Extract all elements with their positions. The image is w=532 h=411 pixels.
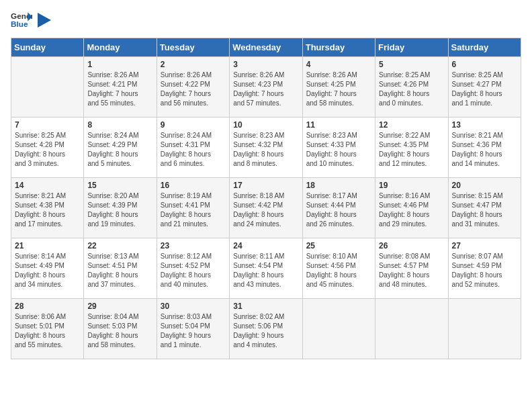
day-number: 18 bbox=[306, 181, 371, 190]
calendar-cell: 13Sunrise: 8:21 AM Sunset: 4:36 PM Dayli… bbox=[448, 118, 521, 178]
day-content: Sunrise: 8:26 AM Sunset: 4:22 PM Dayligh… bbox=[161, 71, 226, 108]
calendar-cell: 25Sunrise: 8:10 AM Sunset: 4:56 PM Dayli… bbox=[302, 238, 375, 299]
day-number: 1 bbox=[87, 60, 152, 69]
logo: General Blue bbox=[11, 11, 51, 30]
day-content: Sunrise: 8:24 AM Sunset: 4:31 PM Dayligh… bbox=[161, 131, 226, 169]
day-number: 27 bbox=[452, 241, 517, 250]
calendar-cell: 9Sunrise: 8:24 AM Sunset: 4:31 PM Daylig… bbox=[157, 118, 229, 178]
calendar-cell bbox=[11, 57, 84, 118]
calendar-cell: 22Sunrise: 8:13 AM Sunset: 4:51 PM Dayli… bbox=[84, 238, 157, 299]
day-content: Sunrise: 8:17 AM Sunset: 4:44 PM Dayligh… bbox=[306, 191, 371, 229]
header-row: SundayMondayTuesdayWednesdayThursdayFrid… bbox=[11, 38, 521, 57]
svg-marker-3 bbox=[38, 13, 51, 28]
day-header-monday: Monday bbox=[84, 38, 157, 57]
calendar-cell: 19Sunrise: 8:16 AM Sunset: 4:46 PM Dayli… bbox=[375, 178, 448, 238]
calendar-cell: 11Sunrise: 8:23 AM Sunset: 4:33 PM Dayli… bbox=[302, 118, 375, 178]
day-number: 16 bbox=[161, 181, 226, 190]
day-number: 19 bbox=[379, 181, 444, 190]
day-content: Sunrise: 8:13 AM Sunset: 4:51 PM Dayligh… bbox=[87, 252, 152, 289]
day-content: Sunrise: 8:26 AM Sunset: 4:21 PM Dayligh… bbox=[87, 71, 152, 108]
day-content: Sunrise: 8:06 AM Sunset: 5:01 PM Dayligh… bbox=[15, 312, 80, 350]
day-content: Sunrise: 8:07 AM Sunset: 4:59 PM Dayligh… bbox=[452, 252, 517, 289]
day-content: Sunrise: 8:24 AM Sunset: 4:29 PM Dayligh… bbox=[87, 131, 152, 169]
day-content: Sunrise: 8:25 AM Sunset: 4:28 PM Dayligh… bbox=[15, 131, 80, 169]
day-content: Sunrise: 8:25 AM Sunset: 4:27 PM Dayligh… bbox=[452, 71, 517, 108]
calendar-cell: 15Sunrise: 8:20 AM Sunset: 4:39 PM Dayli… bbox=[84, 178, 157, 238]
day-number: 15 bbox=[87, 181, 152, 190]
day-number: 8 bbox=[87, 120, 152, 130]
calendar-cell: 17Sunrise: 8:18 AM Sunset: 4:42 PM Dayli… bbox=[230, 178, 302, 238]
day-number: 6 bbox=[452, 60, 517, 69]
day-content: Sunrise: 8:04 AM Sunset: 5:03 PM Dayligh… bbox=[87, 312, 152, 350]
day-number: 17 bbox=[233, 181, 298, 190]
day-content: Sunrise: 8:23 AM Sunset: 4:32 PM Dayligh… bbox=[233, 131, 298, 169]
day-content: Sunrise: 8:02 AM Sunset: 5:06 PM Dayligh… bbox=[233, 312, 298, 350]
day-content: Sunrise: 8:11 AM Sunset: 4:54 PM Dayligh… bbox=[233, 252, 298, 289]
day-content: Sunrise: 8:26 AM Sunset: 4:25 PM Dayligh… bbox=[306, 71, 371, 108]
calendar-cell: 4Sunrise: 8:26 AM Sunset: 4:25 PM Daylig… bbox=[302, 57, 375, 118]
day-number: 12 bbox=[379, 120, 444, 130]
calendar-cell bbox=[448, 299, 521, 359]
calendar-cell: 6Sunrise: 8:25 AM Sunset: 4:27 PM Daylig… bbox=[448, 57, 521, 118]
logo-icon: General Blue bbox=[11, 11, 32, 30]
calendar-cell: 24Sunrise: 8:11 AM Sunset: 4:54 PM Dayli… bbox=[230, 238, 302, 299]
calendar-cell: 28Sunrise: 8:06 AM Sunset: 5:01 PM Dayli… bbox=[11, 299, 84, 359]
page-header: General Blue bbox=[11, 11, 521, 30]
day-content: Sunrise: 8:03 AM Sunset: 5:04 PM Dayligh… bbox=[161, 312, 226, 350]
logo-arrow-icon bbox=[38, 13, 51, 28]
day-number: 11 bbox=[306, 120, 371, 130]
day-header-friday: Friday bbox=[375, 38, 448, 57]
day-content: Sunrise: 8:21 AM Sunset: 4:36 PM Dayligh… bbox=[452, 131, 517, 169]
day-content: Sunrise: 8:16 AM Sunset: 4:46 PM Dayligh… bbox=[379, 191, 444, 229]
calendar-cell: 5Sunrise: 8:25 AM Sunset: 4:26 PM Daylig… bbox=[375, 57, 448, 118]
day-header-wednesday: Wednesday bbox=[230, 38, 302, 57]
day-number: 7 bbox=[15, 120, 80, 130]
day-number: 21 bbox=[15, 241, 80, 250]
calendar-table: SundayMondayTuesdayWednesdayThursdayFrid… bbox=[11, 38, 521, 359]
calendar-cell: 16Sunrise: 8:19 AM Sunset: 4:41 PM Dayli… bbox=[157, 178, 229, 238]
day-number: 26 bbox=[379, 241, 444, 250]
day-number: 31 bbox=[233, 302, 298, 311]
calendar-cell: 27Sunrise: 8:07 AM Sunset: 4:59 PM Dayli… bbox=[448, 238, 521, 299]
week-row-0: 1Sunrise: 8:26 AM Sunset: 4:21 PM Daylig… bbox=[11, 57, 521, 118]
day-content: Sunrise: 8:12 AM Sunset: 4:52 PM Dayligh… bbox=[161, 252, 226, 289]
svg-text:Blue: Blue bbox=[11, 19, 28, 28]
calendar-cell: 21Sunrise: 8:14 AM Sunset: 4:49 PM Dayli… bbox=[11, 238, 84, 299]
day-content: Sunrise: 8:10 AM Sunset: 4:56 PM Dayligh… bbox=[306, 252, 371, 289]
day-number: 5 bbox=[379, 60, 444, 69]
day-number: 28 bbox=[15, 302, 80, 311]
calendar-cell: 14Sunrise: 8:21 AM Sunset: 4:38 PM Dayli… bbox=[11, 178, 84, 238]
day-content: Sunrise: 8:19 AM Sunset: 4:41 PM Dayligh… bbox=[161, 191, 226, 229]
calendar-cell: 18Sunrise: 8:17 AM Sunset: 4:44 PM Dayli… bbox=[302, 178, 375, 238]
day-content: Sunrise: 8:18 AM Sunset: 4:42 PM Dayligh… bbox=[233, 191, 298, 229]
day-header-sunday: Sunday bbox=[11, 38, 84, 57]
calendar-cell: 26Sunrise: 8:08 AM Sunset: 4:57 PM Dayli… bbox=[375, 238, 448, 299]
day-number: 13 bbox=[452, 120, 517, 130]
calendar-cell: 8Sunrise: 8:24 AM Sunset: 4:29 PM Daylig… bbox=[84, 118, 157, 178]
calendar-cell: 10Sunrise: 8:23 AM Sunset: 4:32 PM Dayli… bbox=[230, 118, 302, 178]
day-content: Sunrise: 8:15 AM Sunset: 4:47 PM Dayligh… bbox=[452, 191, 517, 229]
calendar-cell: 1Sunrise: 8:26 AM Sunset: 4:21 PM Daylig… bbox=[84, 57, 157, 118]
day-content: Sunrise: 8:23 AM Sunset: 4:33 PM Dayligh… bbox=[306, 131, 371, 169]
day-number: 14 bbox=[15, 181, 80, 190]
calendar-cell: 30Sunrise: 8:03 AM Sunset: 5:04 PM Dayli… bbox=[157, 299, 229, 359]
day-content: Sunrise: 8:20 AM Sunset: 4:39 PM Dayligh… bbox=[87, 191, 152, 229]
day-content: Sunrise: 8:21 AM Sunset: 4:38 PM Dayligh… bbox=[15, 191, 80, 229]
day-content: Sunrise: 8:08 AM Sunset: 4:57 PM Dayligh… bbox=[379, 252, 444, 289]
day-number: 25 bbox=[306, 241, 371, 250]
calendar-cell: 7Sunrise: 8:25 AM Sunset: 4:28 PM Daylig… bbox=[11, 118, 84, 178]
day-number: 29 bbox=[87, 302, 152, 311]
day-number: 3 bbox=[233, 60, 298, 69]
calendar-cell: 29Sunrise: 8:04 AM Sunset: 5:03 PM Dayli… bbox=[84, 299, 157, 359]
day-number: 9 bbox=[161, 120, 226, 130]
calendar-cell: 12Sunrise: 8:22 AM Sunset: 4:35 PM Dayli… bbox=[375, 118, 448, 178]
day-number: 4 bbox=[306, 60, 371, 69]
week-row-3: 21Sunrise: 8:14 AM Sunset: 4:49 PM Dayli… bbox=[11, 238, 521, 299]
day-content: Sunrise: 8:25 AM Sunset: 4:26 PM Dayligh… bbox=[379, 71, 444, 108]
calendar-cell: 20Sunrise: 8:15 AM Sunset: 4:47 PM Dayli… bbox=[448, 178, 521, 238]
calendar-cell: 23Sunrise: 8:12 AM Sunset: 4:52 PM Dayli… bbox=[157, 238, 229, 299]
day-header-saturday: Saturday bbox=[448, 38, 521, 57]
day-number: 2 bbox=[161, 60, 226, 69]
calendar-cell: 2Sunrise: 8:26 AM Sunset: 4:22 PM Daylig… bbox=[157, 57, 229, 118]
day-number: 23 bbox=[161, 241, 226, 250]
